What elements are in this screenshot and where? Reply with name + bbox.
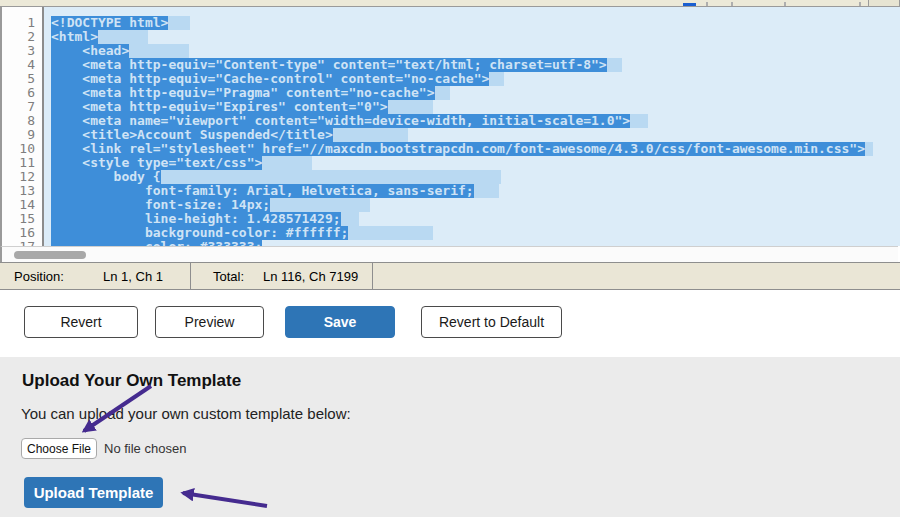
code-line: <meta http-equiv="Content-type" content=… (51, 58, 900, 72)
upload-template-button[interactable]: Upload Template (24, 477, 163, 508)
editor-status-bar: Position: Ln 1, Ch 1 Total: Ln 116, Ch 7… (0, 262, 900, 290)
toolbar-divider (859, 2, 861, 6)
line-number: 14 (2, 198, 42, 212)
statusbar-divider (372, 263, 373, 289)
upload-section-description: You can upload your own custom template … (21, 405, 351, 422)
line-number: 2 (2, 30, 42, 44)
revert-button[interactable]: Revert (24, 306, 138, 338)
preview-button[interactable]: Preview (155, 306, 264, 338)
scrollbar-thumb[interactable] (14, 251, 86, 259)
line-number: 7 (2, 100, 42, 114)
line-number: 4 (2, 58, 42, 72)
toolbar-divider (731, 2, 733, 6)
line-number: 6 (2, 86, 42, 100)
line-number: 1 (2, 16, 42, 30)
position-label: Position: (14, 269, 64, 284)
line-number: 9 (2, 128, 42, 142)
code-line: <title>Account Suspended</title> (51, 128, 900, 142)
code-line: background-color: #ffffff; (51, 226, 900, 240)
line-number: 11 (2, 156, 42, 170)
upload-template-section: Upload Your Own Template You can upload … (0, 357, 900, 517)
line-number: 13 (2, 184, 42, 198)
editor-horizontal-scrollbar[interactable] (0, 246, 898, 262)
line-number: 12 (2, 170, 42, 184)
line-number-gutter: 1234567891011121314151617 (2, 7, 44, 246)
code-line: <!DOCTYPE html> (51, 16, 900, 30)
statusbar-divider (190, 263, 191, 289)
total-label: Total: (213, 269, 244, 284)
code-line: line-height: 1.428571429; (51, 212, 900, 226)
code-line: <meta http-equiv="Cache-control" content… (51, 72, 900, 86)
code-line: <style type="text/css"> (51, 156, 900, 170)
code-line: font-family: Arial, Helvetica, sans-seri… (51, 184, 900, 198)
no-file-chosen-text: No file chosen (104, 441, 186, 456)
toolbar-active-indicator (683, 3, 696, 6)
code-line: <meta http-equiv="Expires" content="0"> (51, 100, 900, 114)
line-number: 15 (2, 212, 42, 226)
save-button[interactable]: Save (285, 306, 395, 338)
code-line: <meta http-equiv="Pragma" content="no-ca… (51, 86, 900, 100)
line-number: 5 (2, 72, 42, 86)
upload-section-heading: Upload Your Own Template (22, 371, 241, 391)
toolbar-button-edge (868, 0, 900, 6)
toolbar-divider (706, 2, 708, 6)
code-editor[interactable]: 1234567891011121314151617 <!DOCTYPE html… (0, 7, 900, 246)
code-line: body { (51, 170, 900, 184)
code-line: <meta name="viewport" content="width=dev… (51, 114, 900, 128)
toolbar-edge-strip (0, 0, 900, 7)
choose-file-button[interactable]: Choose File (21, 438, 97, 459)
toolbar-divider (784, 2, 786, 6)
line-number: 10 (2, 142, 42, 156)
line-number: 16 (2, 226, 42, 240)
line-number: 8 (2, 114, 42, 128)
code-lines[interactable]: <!DOCTYPE html><html> <head> <meta http-… (46, 7, 900, 246)
position-value: Ln 1, Ch 1 (103, 269, 163, 284)
code-line: <link rel="stylesheet" href="//maxcdn.bo… (51, 142, 900, 156)
revert-to-default-button[interactable]: Revert to Default (421, 306, 562, 338)
line-number: 3 (2, 44, 42, 58)
code-line: <html> (51, 30, 900, 44)
code-line: <head> (51, 44, 900, 58)
total-value: Ln 116, Ch 7199 (263, 269, 358, 284)
code-line: font-size: 14px; (51, 198, 900, 212)
